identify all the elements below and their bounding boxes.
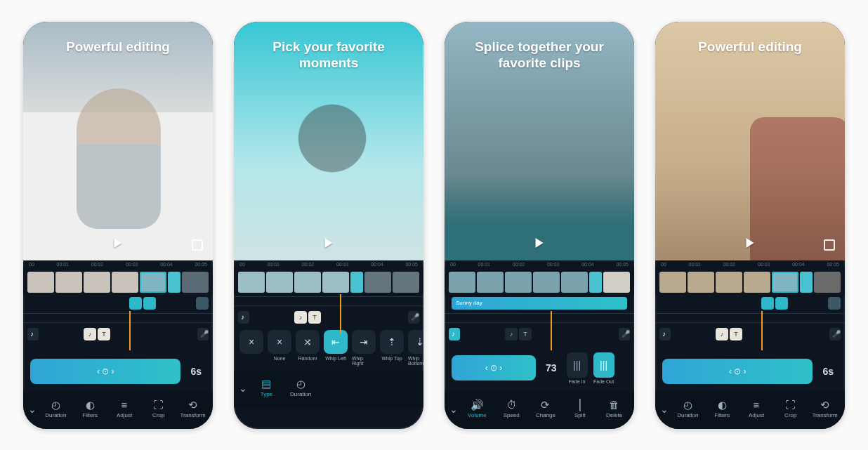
tool-type[interactable]: ▤Type	[249, 378, 284, 397]
overlay-track[interactable]	[655, 295, 845, 312]
track-tools: ♪ ♪T 🎤	[234, 309, 423, 326]
transition-picker: × ×None ⤨Random ⇤Whip Left ⇥Whip Right ⇡…	[234, 326, 423, 370]
music-track-icon[interactable]: ♪	[238, 311, 249, 324]
mic-track-icon[interactable]: 🎤	[829, 328, 841, 340]
transition-marker-selected	[350, 272, 363, 293]
headline: Powerful editing	[685, 39, 815, 55]
play-icon[interactable]	[114, 238, 122, 248]
play-icon[interactable]	[536, 238, 544, 248]
fullscreen-icon[interactable]	[192, 239, 203, 251]
headline: Splice together your favorite clips	[445, 39, 634, 72]
transition-whip-left[interactable]: ⇤Whip Left	[324, 330, 348, 361]
clip-timeline[interactable]	[655, 267, 845, 295]
playhead-ruler[interactable]	[655, 313, 845, 323]
transition-marker	[168, 272, 180, 293]
video-preview[interactable]: Powerful editing	[23, 22, 213, 260]
track-tools: ♪ ♪T 🎤	[655, 326, 845, 343]
duration-value: 6s	[822, 366, 834, 377]
duration-slider-row: ‹ ⊙ › 6s	[23, 352, 213, 391]
tool-adjust[interactable]: ≡Adjust	[107, 399, 142, 418]
screenshot-1: Powerful editing 0000:0100:0200:0300:040…	[23, 22, 213, 429]
tool-volume[interactable]: 🔊Volume	[460, 399, 494, 418]
audio-clip-row: Sunny day	[445, 295, 634, 312]
selected-clip	[140, 272, 166, 293]
overlay-track[interactable]	[23, 295, 213, 312]
headline: Pick your favorite moments	[234, 39, 423, 72]
track-tools: ♪ ♪T 🎤	[445, 326, 634, 343]
music-track-icon[interactable]: ♪	[449, 328, 460, 340]
text-clip[interactable]: ♪T	[294, 311, 321, 324]
duration-slider[interactable]: ‹ ⊙ ›	[662, 359, 813, 384]
tool-crop[interactable]: ⛶Crop	[773, 399, 808, 418]
fade-in-toggle[interactable]: |||Fade In	[567, 352, 588, 384]
mic-track-icon[interactable]: 🎤	[619, 328, 630, 340]
transition-random[interactable]: ⤨Random	[296, 330, 320, 361]
tool-duration[interactable]: ◴Duration	[671, 399, 705, 418]
transition-marker	[800, 272, 813, 293]
timecodes: 0000:0100:0200:0300:0400:05	[234, 260, 423, 267]
tool-split[interactable]: ⎮Split	[563, 399, 597, 418]
tool-duration[interactable]: ◴Duration	[39, 399, 73, 418]
overlay-markers[interactable]	[129, 297, 156, 310]
bottom-toolbar: ⌄ 🔊Volume ⏱Speed ⟳Change ⎮Split 🗑Delete	[445, 391, 634, 429]
play-icon[interactable]	[747, 238, 754, 248]
clip-timeline[interactable]	[445, 267, 634, 295]
transition-close[interactable]: ×	[239, 330, 263, 354]
tool-change[interactable]: ⟳Change	[529, 399, 563, 418]
timecodes: 0000:0100:0200:0300:0400:05	[23, 260, 213, 267]
overlay-markers[interactable]	[761, 297, 788, 310]
fullscreen-icon[interactable]	[824, 239, 835, 251]
bottom-toolbar: ⌄ ◴Duration ◐Filters ≡Adjust ⛶Crop ⟲Tran…	[655, 391, 845, 429]
volume-slider[interactable]: ‹ ⊙ ›	[452, 355, 536, 380]
selected-clip	[772, 272, 798, 293]
music-track-icon[interactable]: ♪	[659, 328, 671, 340]
video-preview[interactable]: Pick your favorite moments	[234, 22, 423, 260]
transition-none[interactable]: ×None	[268, 330, 291, 361]
track-tools: ♪ ♪T 🎤	[23, 326, 213, 343]
chevron-down-icon[interactable]: ⌄	[26, 404, 39, 415]
tool-speed[interactable]: ⏱Speed	[494, 399, 529, 418]
tool-filters[interactable]: ◐Filters	[705, 399, 739, 418]
chevron-down-icon[interactable]: ⌄	[447, 404, 460, 415]
tool-transform[interactable]: ⟲Transform	[176, 399, 210, 418]
text-clip[interactable]: ♪T	[84, 328, 110, 340]
audio-clip-label[interactable]: Sunny day	[452, 297, 627, 310]
fade-out-toggle[interactable]: |||Fade Out	[593, 352, 614, 384]
tool-transform[interactable]: ⟲Transform	[808, 399, 842, 418]
transition-whip-bottom[interactable]: ⇣Whip Bottom	[408, 330, 423, 366]
playhead-ruler[interactable]	[445, 313, 634, 323]
music-track-icon[interactable]: ♪	[27, 328, 39, 340]
volume-row: ‹ ⊙ › 73 |||Fade In |||Fade Out	[445, 345, 634, 391]
text-clip[interactable]: ♪T	[716, 328, 742, 340]
tool-crop[interactable]: ⛶Crop	[141, 399, 176, 418]
text-clip[interactable]: ♪T	[505, 328, 532, 340]
video-preview[interactable]: Splice together your favorite clips	[445, 22, 634, 260]
chevron-down-icon[interactable]: ⌄	[237, 383, 249, 394]
chevron-down-icon[interactable]: ⌄	[658, 404, 671, 415]
clip-timeline[interactable]	[23, 267, 213, 295]
playhead-ruler[interactable]	[23, 313, 213, 323]
volume-value: 73	[546, 362, 557, 373]
screenshot-3: Splice together your favorite clips 0000…	[445, 22, 634, 429]
tool-duration[interactable]: ◴Duration	[284, 378, 318, 397]
duration-slider[interactable]: ‹ ⊙ ›	[30, 359, 180, 384]
tool-adjust[interactable]: ≡Adjust	[739, 399, 774, 418]
bottom-toolbar: ⌄ ▤Type ◴Duration	[234, 370, 423, 408]
transition-marker	[589, 272, 602, 293]
mic-track-icon[interactable]: 🎤	[197, 328, 209, 340]
transition-whip-top[interactable]: ⇡Whip Top	[380, 330, 404, 361]
timecodes: 0000:0100:0200:0300:0400:05	[445, 260, 634, 267]
playhead-ruler[interactable]	[234, 296, 423, 306]
duration-value: 6s	[190, 366, 202, 377]
play-icon[interactable]	[325, 238, 333, 248]
transition-whip-right[interactable]: ⇥Whip Right	[352, 330, 376, 366]
mic-track-icon[interactable]: 🎤	[408, 311, 419, 324]
clip-timeline[interactable]	[234, 267, 423, 295]
duration-slider-row: ‹ ⊙ › 6s	[655, 352, 845, 391]
headline: Powerful editing	[53, 39, 183, 55]
video-preview[interactable]: Powerful editing	[655, 22, 845, 260]
timecodes: 0000:0100:0200:0300:0400:05	[655, 260, 845, 267]
tool-delete[interactable]: 🗑Delete	[597, 399, 631, 418]
screenshot-4: Powerful editing 0000:0100:0200:0300:040…	[655, 22, 845, 429]
tool-filters[interactable]: ◐Filters	[73, 399, 107, 418]
